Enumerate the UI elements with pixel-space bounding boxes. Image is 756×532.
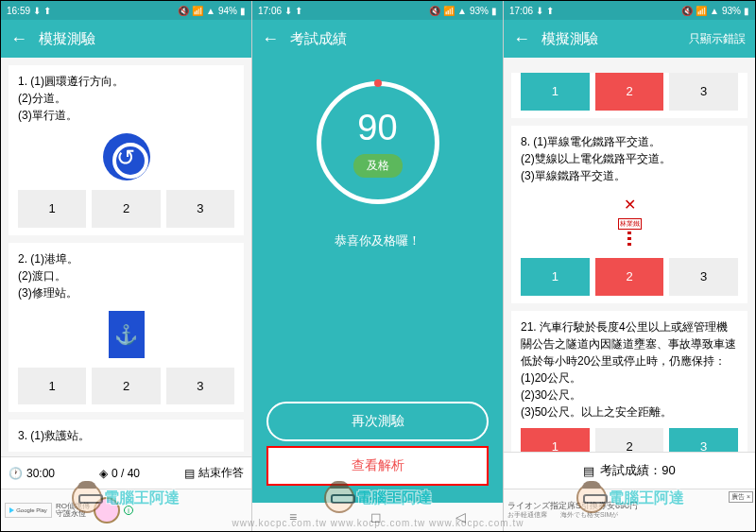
- question-text: 21. 汽車行駛於長度4公里以上或經管理機關公告之隧道內因隧道壅塞、事故導致車速…: [521, 318, 738, 420]
- answer-option-3[interactable]: 3: [166, 368, 234, 405]
- download-icon: ⬇: [284, 6, 292, 16]
- question-text: 1. (1)圓環遵行方向。 (2)分道。 (3)單行道。: [18, 73, 234, 124]
- retry-button[interactable]: 再次測驗: [266, 402, 489, 441]
- answer-option-2-wrong[interactable]: 2: [595, 73, 664, 111]
- question-3-partial: 3. (1)救護站。: [9, 420, 244, 452]
- question-1: 1. (1)圓環遵行方向。 (2)分道。 (3)單行道。 1 2 3: [9, 65, 244, 235]
- page-title: 模擬測驗: [39, 30, 95, 48]
- question-text: 8. (1)單線電化鐵路平交道。 (2)雙線以上電化鐵路平交道。 (3)單線鐵路…: [521, 133, 738, 184]
- screen-2-score: 17:06⬇⬆ 🔇📶▲93%▮ ← 考試成績 90 及格 恭喜你及格囉！ 再次測…: [252, 1, 504, 531]
- status-time: 16:59: [7, 6, 30, 16]
- wifi-icon: 📶: [696, 6, 707, 16]
- answer-option-1-correct[interactable]: 1: [521, 73, 590, 111]
- watermark-url: www.kocpc.com.tw www.kocpc.com.tw www.ko…: [0, 518, 756, 528]
- app-bar: ← 模擬測驗 只顯示錯誤: [504, 20, 755, 58]
- upload-icon: ⬆: [295, 6, 302, 16]
- question-2: 2. (1)港埠。 (2)渡口。 (3)修理站。 ⚓ 1 2 3: [9, 243, 244, 413]
- layers-icon: ◈: [99, 467, 108, 480]
- page-title: 考試成績: [290, 30, 347, 48]
- answer-option-2[interactable]: 2: [92, 190, 160, 228]
- status-bar: 17:06⬇⬆ 🔇📶▲93%▮: [252, 1, 503, 20]
- battery-icon: ▮: [744, 6, 749, 16]
- screen-3-review: 17:06⬇⬆ 🔇📶▲93%▮ ← 模擬測驗 只顯示錯誤 1 2 3 8. (1…: [504, 1, 755, 531]
- screen-1-mock-test: 16:59⬇⬆ 🔇📶▲94%▮ ← 模擬測驗 1. (1)圓環遵行方向。 (2)…: [1, 1, 252, 531]
- battery-text: 94%: [218, 6, 237, 16]
- question-text: 2. (1)港埠。 (2)渡口。 (3)修理站。: [18, 250, 234, 301]
- answer-option-2-wrong[interactable]: 2: [595, 258, 664, 296]
- clock-icon: 🕐: [9, 467, 23, 480]
- answer-option-3[interactable]: 3: [166, 190, 234, 228]
- google-play-badge: Google Play: [5, 503, 52, 518]
- app-bar: ← 模擬測驗: [1, 20, 251, 58]
- score-summary-text: 考試成績：90: [600, 462, 675, 479]
- wifi-icon: 📶: [192, 6, 203, 16]
- score-summary-bar: ▤ 考試成績：90: [504, 452, 755, 489]
- question-prev-partial: 1 2 3: [511, 73, 747, 118]
- status-time: 17:06: [258, 6, 282, 16]
- question-8: 8. (1)單線電化鐵路平交道。 (2)雙線以上電化鐵路平交道。 (3)單線鐵路…: [511, 126, 747, 303]
- railway-crossing-sign-icon: ✕ 林業鐵: [618, 194, 642, 249]
- page-title: 模擬測驗: [541, 30, 598, 48]
- congrats-text: 恭喜你及格囉！: [335, 232, 421, 249]
- question-text: 3. (1)救護站。: [18, 427, 234, 444]
- progress: ◈0 / 40: [99, 467, 140, 480]
- download-icon: ⬇: [33, 6, 41, 16]
- battery-text: 93%: [470, 6, 489, 16]
- answer-option-2[interactable]: 2: [92, 368, 160, 405]
- answer-option-1[interactable]: 1: [18, 368, 86, 405]
- score-value: 90: [357, 108, 397, 148]
- question-21: 21. 汽車行駛於長度4公里以上或經管理機關公告之隧道內因隧道壅塞、事故導致車速…: [511, 311, 747, 473]
- answer-option-1[interactable]: 1: [18, 190, 86, 228]
- app-bar: ← 考試成績: [252, 20, 503, 58]
- clipboard-icon: ▤: [184, 467, 195, 480]
- mute-icon: 🔇: [178, 6, 189, 16]
- answer-option-1-correct[interactable]: 1: [521, 258, 590, 296]
- mute-icon: 🔇: [429, 6, 440, 16]
- score-dot-icon: [374, 79, 382, 87]
- score-circle: 90 及格: [317, 81, 439, 204]
- status-bar: 17:06⬇⬆ 🔇📶▲93%▮: [504, 1, 755, 20]
- clipboard-icon: ▤: [583, 464, 594, 478]
- download-icon: ⬇: [536, 6, 543, 16]
- ad-close-button[interactable]: 廣告 ×: [729, 491, 753, 503]
- view-analysis-button[interactable]: 查看解析: [266, 446, 489, 486]
- wifi-icon: 📶: [443, 6, 455, 16]
- status-time: 17:06: [509, 6, 533, 16]
- ad-info-icon: i: [124, 506, 133, 515]
- status-bar: 16:59⬇⬆ 🔇📶▲94%▮: [1, 1, 251, 20]
- upload-icon: ⬆: [546, 6, 554, 16]
- signal-icon: ▲: [206, 6, 215, 16]
- end-test-button[interactable]: ▤結束作答: [184, 465, 244, 481]
- timer: 🕐30:00: [9, 467, 55, 480]
- back-icon[interactable]: ←: [262, 29, 279, 49]
- signal-icon: ▲: [710, 6, 719, 16]
- roundabout-sign-icon: [103, 133, 150, 180]
- battery-icon: ▮: [491, 6, 497, 16]
- port-sign-icon: ⚓: [109, 311, 145, 358]
- answer-option-3[interactable]: 3: [669, 258, 738, 296]
- back-icon[interactable]: ←: [513, 29, 530, 49]
- signal-icon: ▲: [457, 6, 467, 16]
- mute-icon: 🔇: [681, 6, 693, 16]
- pass-badge: 及格: [353, 154, 403, 178]
- upload-icon: ⬆: [43, 6, 51, 16]
- score-content: 90 及格 恭喜你及格囉！ 再次測驗 查看解析 ≡ ◻ ◁: [252, 58, 503, 531]
- bottom-toolbar: 🕐30:00 ◈0 / 40 ▤結束作答: [1, 456, 251, 489]
- answer-option-3[interactable]: 3: [669, 73, 738, 111]
- filter-errors-button[interactable]: 只顯示錯誤: [689, 31, 746, 47]
- battery-icon: ▮: [240, 6, 246, 16]
- back-icon[interactable]: ←: [10, 29, 27, 49]
- battery-text: 93%: [722, 6, 741, 16]
